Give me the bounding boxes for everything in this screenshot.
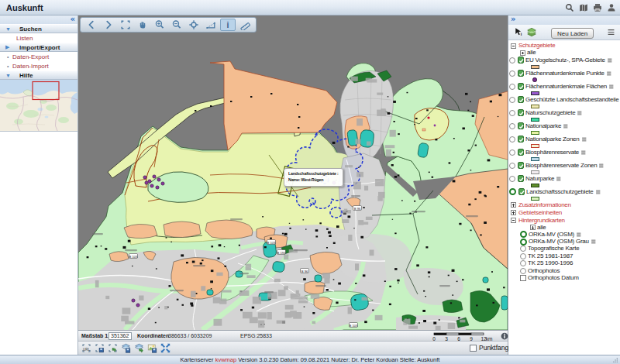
layer-label[interactable]: Naturparke (525, 176, 554, 182)
measure-area-button[interactable] (203, 19, 219, 31)
expand-box-icon[interactable] (530, 225, 536, 230)
background-label[interactable]: Topografische Karte (528, 246, 579, 252)
layer-checkbox[interactable] (518, 57, 525, 64)
collapse-left-icon[interactable]: « (71, 15, 75, 23)
menu-header-import-export[interactable]: ▶Import/Export (0, 43, 78, 52)
tree-group-hintergrundkarten[interactable]: Hintergrundkarten (508, 217, 620, 225)
background-label[interactable]: Orthophotos Datum (528, 275, 579, 281)
box-load-button[interactable] (108, 343, 118, 353)
tree-alle-toggle[interactable]: alle (508, 50, 620, 57)
layer-menu-icon[interactable] (577, 111, 583, 115)
expand-box-icon[interactable] (520, 50, 525, 56)
box-url-button[interactable]: URL (81, 343, 91, 353)
layer-radio[interactable] (509, 57, 515, 64)
tree-group-schutzgebiete[interactable]: Schutzgebiete (508, 42, 620, 50)
menu-icon[interactable] (607, 29, 615, 36)
recenter-button[interactable] (186, 19, 202, 31)
info-circle-icon[interactable] (501, 332, 508, 340)
reload-button[interactable]: Neu Laden (551, 28, 594, 39)
layer-label[interactable]: Geschützte Landschaftsbestandteile (525, 97, 618, 103)
background-radio[interactable] (520, 260, 526, 266)
layer-label[interactable]: Nationalparke Zonen (525, 136, 580, 143)
menu-header-hilfe[interactable]: ▼Hilfe (0, 70, 78, 80)
map-viewport[interactable]: B 105B 105B 194B 96B 96B 105 i Landschaf… (78, 15, 508, 330)
layer-checkbox[interactable] (518, 136, 525, 143)
layer-menu-icon[interactable] (595, 190, 601, 194)
history-back-button[interactable] (84, 19, 99, 31)
background-label[interactable]: ORKa-MV (OSM) (529, 232, 574, 238)
menu-link-daten-export[interactable]: •Daten-Export (0, 52, 78, 61)
layer-label[interactable]: Landschaftsschutzgebiete (526, 189, 594, 195)
layer-radio[interactable] (509, 70, 515, 77)
measure-line-button[interactable] (237, 19, 253, 31)
layer-checkbox[interactable] (518, 109, 525, 116)
zoom-in-button[interactable] (152, 19, 167, 31)
layer-label[interactable]: Flächennaturdenkmale Flächen (525, 84, 607, 90)
pan-hand-button[interactable] (135, 19, 150, 31)
user-icon[interactable] (607, 3, 616, 12)
background-radio[interactable] (520, 231, 527, 238)
background-radio[interactable] (520, 246, 526, 252)
layer-label[interactable]: EU Vogelschutz-, SPA-Gebiete (525, 57, 605, 64)
background-radio[interactable] (520, 253, 526, 259)
layer-menu-icon[interactable] (608, 84, 615, 89)
arrows-move-button[interactable] (160, 343, 170, 353)
resize-grip-icon[interactable] (611, 356, 618, 363)
layer-checkbox[interactable] (518, 70, 525, 77)
cursor-query-icon[interactable]: i (513, 27, 523, 37)
background-label[interactable]: Orthophotos (528, 268, 560, 274)
expand-right-icon[interactable]: » (511, 15, 515, 23)
layer-checkbox[interactable] (518, 175, 525, 182)
background-radio[interactable] (520, 239, 527, 246)
layers-icon[interactable] (526, 27, 537, 37)
background-label[interactable]: ORKa-MV (OSM) Grau (529, 239, 589, 245)
map-fold-icon[interactable] (579, 3, 588, 12)
layer-checkbox[interactable] (518, 149, 525, 156)
layer-checkbox[interactable] (518, 188, 525, 195)
layer-menu-icon[interactable] (581, 137, 587, 142)
layer-menu-icon[interactable] (606, 71, 612, 76)
layer-checkbox[interactable] (518, 83, 525, 90)
image-save-button[interactable] (147, 343, 157, 353)
tree-group-zusatzinformationen[interactable]: Zusatzinformationen (508, 201, 620, 209)
layer-menu-icon[interactable] (563, 124, 569, 129)
collapse-box-icon[interactable] (511, 218, 516, 223)
info-button[interactable]: i (220, 19, 236, 31)
layer-checkbox[interactable] (518, 96, 525, 103)
layer-radio[interactable] (509, 110, 515, 116)
history-forward-button[interactable] (101, 19, 116, 31)
layer-radio[interactable] (509, 136, 515, 143)
layer-radio[interactable] (509, 97, 515, 103)
overview-map[interactable] (0, 80, 78, 132)
background-label[interactable]: TK 25 1981-1987 (528, 253, 573, 259)
tree-group-gebietseinheiten[interactable]: Gebietseinheiten (508, 209, 620, 217)
printer-icon[interactable] (593, 3, 602, 12)
layer-radio[interactable] (509, 149, 515, 156)
layer-label[interactable]: Flächennaturdenkmale Punkte (525, 70, 604, 77)
box-save-button[interactable] (95, 343, 105, 353)
expand-box-icon[interactable] (511, 202, 516, 208)
layers-save-button[interactable] (121, 343, 131, 353)
layer-menu-icon[interactable] (607, 58, 613, 63)
tree-alle-toggle[interactable]: alle (508, 225, 620, 232)
layer-radio[interactable] (509, 163, 515, 169)
full-extent-button[interactable] (118, 19, 133, 31)
background-checkbox[interactable] (520, 275, 526, 281)
menu-link-listen[interactable]: Listen (0, 33, 78, 43)
menu-header-suchen[interactable]: ▼Suchen (0, 24, 78, 33)
layer-label[interactable]: Naturschutzgebiete (525, 110, 575, 116)
background-radio[interactable] (520, 268, 526, 274)
layer-menu-icon[interactable] (556, 177, 562, 181)
snap-checkbox[interactable] (470, 345, 477, 352)
layer-checkbox[interactable] (518, 162, 525, 169)
background-label[interactable]: TK 25 1990-1996 (528, 260, 573, 266)
layers-load-button[interactable] (134, 343, 144, 353)
collapse-box-icon[interactable] (511, 43, 516, 49)
layer-radio[interactable] (509, 84, 515, 90)
layer-menu-icon[interactable] (598, 163, 604, 168)
expand-box-icon[interactable] (511, 210, 516, 215)
layer-radio[interactable] (509, 188, 516, 195)
zoom-out-button[interactable] (169, 19, 184, 31)
layer-label[interactable]: Biosphärenreservate Zonen (525, 163, 597, 169)
layer-menu-icon[interactable] (576, 232, 582, 237)
